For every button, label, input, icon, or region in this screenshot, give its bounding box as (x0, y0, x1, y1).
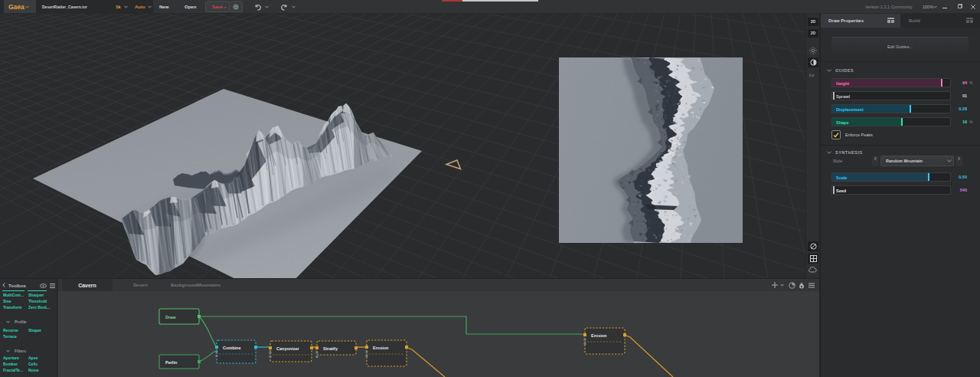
svg-text:Erosion: Erosion (373, 346, 389, 350)
svg-text:Stratify: Stratify (323, 346, 338, 351)
svg-text:Draw: Draw (165, 315, 176, 320)
svg-text:Combine: Combine (223, 346, 241, 350)
svg-text:Canyonizer: Canyonizer (276, 346, 300, 351)
svg-text:Perlin: Perlin (165, 360, 178, 365)
svg-text:Erosion: Erosion (591, 333, 607, 338)
